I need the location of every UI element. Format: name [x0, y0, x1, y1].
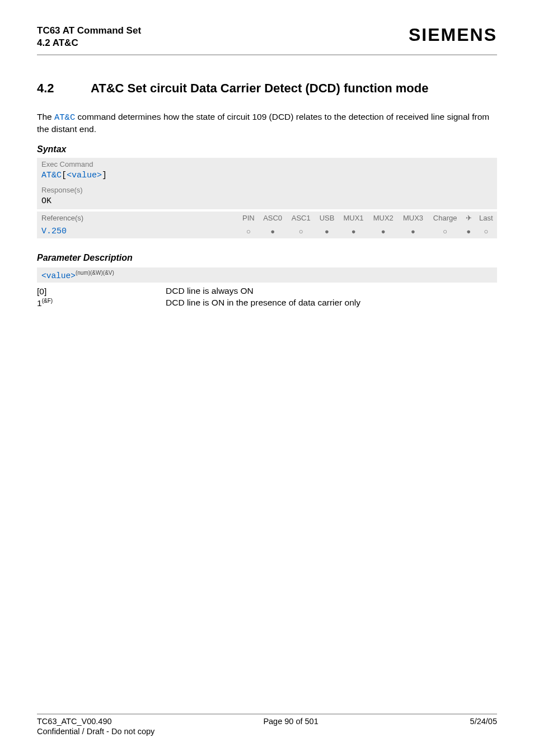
ref-col-mux3: MUX3 — [398, 212, 428, 224]
intro-post: command determines how the state of circ… — [37, 112, 489, 134]
param-tag-sup: (num)(&W)(&V) — [76, 270, 114, 276]
page-footer: TC63_ATC_V00.490 Page 90 of 501 5/24/05 … — [37, 713, 497, 736]
dot-pin: ○ — [238, 224, 259, 238]
dot-mux2: ● — [368, 224, 398, 238]
header-divider — [37, 54, 497, 55]
ref-col-last: Last — [475, 212, 497, 224]
param-box: <value>(num)(&W)(&V) [0] DCD line is alw… — [37, 267, 497, 308]
param-val-0: DCD line is always ON — [166, 286, 254, 297]
exec-command: AT&C[<value>] — [37, 170, 497, 184]
dot-asc0: ● — [259, 224, 287, 238]
footer-left: TC63_ATC_V00.490 — [37, 717, 112, 726]
doc-title: TC63 AT Command Set — [37, 25, 141, 37]
param-row: [0] DCD line is always ON — [37, 286, 497, 297]
exec-value-placeholder: <value> — [67, 171, 102, 180]
dot-charge: ○ — [428, 224, 462, 238]
ref-col-usb: USB — [315, 212, 339, 224]
section-heading: 4.2AT&C Set circuit Data Carrier Detect … — [37, 81, 497, 96]
dot-asc1: ○ — [287, 224, 315, 238]
ref-value: V.250 — [37, 224, 238, 238]
exec-rbracket: ] — [102, 171, 107, 180]
param-key-1: 1 — [37, 298, 42, 308]
table-row: V.250 ○ ● ○ ● ● ● ● ○ ● ○ — [37, 224, 497, 238]
param-val-1: DCD line is ON in the presence of data c… — [166, 298, 360, 308]
section-title: AT&C Set circuit Data Carrier Detect (DC… — [91, 81, 428, 95]
ref-col-airplane-icon: ✈ — [462, 212, 475, 224]
reference-table: Reference(s) PIN ASC0 ASC1 USB MUX1 MUX2… — [37, 212, 497, 238]
ref-col-asc0: ASC0 — [259, 212, 287, 224]
brand-logo: SIEMENS — [409, 25, 497, 45]
ref-col-asc1: ASC1 — [287, 212, 315, 224]
dot-mux3: ● — [398, 224, 428, 238]
exec-label: Exec Command — [37, 158, 497, 170]
ref-col-charge: Charge — [428, 212, 462, 224]
dot-usb: ● — [315, 224, 339, 238]
param-key-1-sup: (&F) — [42, 298, 53, 304]
syntax-heading: Syntax — [37, 144, 497, 154]
exec-lbracket: [ — [62, 171, 67, 180]
syntax-box: Exec Command AT&C[<value>] Response(s) O… — [37, 158, 497, 238]
ref-col-mux2: MUX2 — [368, 212, 398, 224]
param-row: 1(&F) DCD line is ON in the presence of … — [37, 298, 497, 308]
param-tag: <value> — [41, 271, 76, 280]
param-tag-row: <value>(num)(&W)(&V) — [37, 267, 497, 283]
footer-center: Page 90 of 501 — [263, 717, 318, 726]
footer-divider — [37, 713, 497, 715]
dot-air: ● — [462, 224, 475, 238]
response-label: Response(s) — [37, 184, 497, 195]
intro-command: AT&C — [54, 112, 75, 123]
ref-col-pin: PIN — [238, 212, 259, 224]
footer-sub: Confidential / Draft - Do not copy — [37, 727, 497, 736]
section-number: 4.2 — [37, 81, 91, 96]
ref-col-reference: Reference(s) — [37, 212, 238, 224]
dot-mux1: ● — [339, 224, 368, 238]
ref-col-mux1: MUX1 — [339, 212, 368, 224]
response-value: OK — [37, 195, 497, 209]
dot-last: ○ — [475, 224, 497, 238]
param-heading: Parameter Description — [37, 253, 497, 263]
intro-paragraph: The AT&C command determines how the stat… — [37, 111, 497, 135]
doc-subtitle: 4.2 AT&C — [37, 37, 141, 49]
intro-pre: The — [37, 112, 54, 121]
param-key-0: [0] — [37, 287, 46, 296]
footer-right: 5/24/05 — [470, 717, 497, 726]
exec-prefix: AT&C — [41, 171, 62, 180]
